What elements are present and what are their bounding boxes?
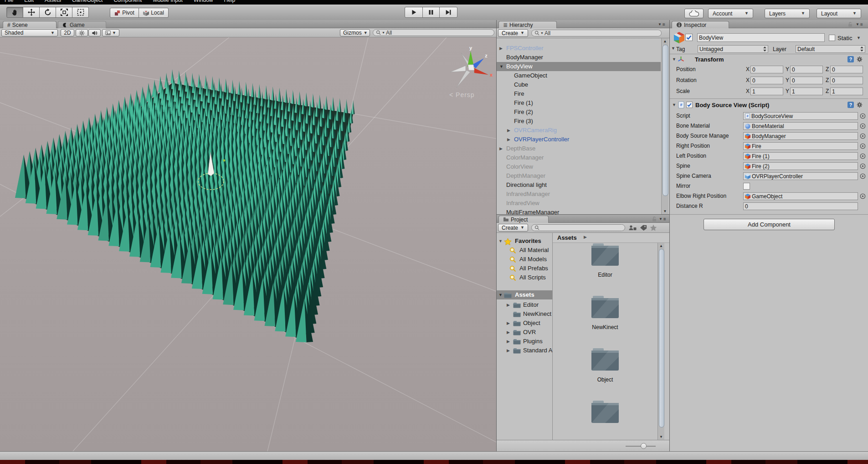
preview-expand-arrow-icon[interactable]: ▼ xyxy=(671,46,675,51)
tree-folder-item[interactable]: ▶ Object xyxy=(497,319,552,328)
rotation-x-field[interactable]: 0 xyxy=(750,77,783,84)
layer-dropdown[interactable]: Default xyxy=(796,45,865,53)
gizmo-center-cube[interactable] xyxy=(468,65,474,70)
account-dropdown[interactable]: Account ▼ xyxy=(708,9,753,18)
rect-tool-button[interactable] xyxy=(72,7,89,18)
hierarchy-item[interactable]: ColorView xyxy=(497,162,661,171)
object-reference-field[interactable]: Fire (1) xyxy=(743,152,858,160)
hierarchy-item[interactable]: ▼BodyView xyxy=(497,62,661,71)
scroll-down-icon[interactable]: ▼ xyxy=(658,435,664,439)
favorites-star-icon[interactable] xyxy=(650,224,657,231)
collapse-arrow-icon[interactable]: ▼ xyxy=(499,62,503,71)
hierarchy-item[interactable]: Fire xyxy=(497,89,661,98)
hierarchy-item[interactable]: DepthManager xyxy=(497,171,661,180)
tree-folder-item[interactable]: ▶ Plugins xyxy=(497,337,552,346)
object-reference-field[interactable]: OVRPlayerController xyxy=(743,172,858,180)
lock-icon[interactable] xyxy=(652,216,657,222)
hierarchy-item[interactable]: GameObject xyxy=(497,71,661,80)
asset-folder-tile[interactable]: Editor xyxy=(553,243,657,289)
component-enabled-checkbox[interactable] xyxy=(686,102,693,108)
object-picker-icon[interactable] xyxy=(860,113,866,119)
expand-arrow-icon[interactable]: ▶ xyxy=(507,126,510,135)
object-reference-field[interactable]: #BodySourceView xyxy=(743,112,858,120)
hierarchy-item[interactable]: InfraredView xyxy=(497,199,661,208)
object-picker-icon[interactable] xyxy=(860,133,866,139)
help-icon[interactable]: ? xyxy=(847,56,854,62)
expand-arrow-icon[interactable]: ▶ xyxy=(507,135,510,144)
search-by-label-icon[interactable] xyxy=(640,225,647,231)
collapse-arrow-icon[interactable]: ▼ xyxy=(498,237,503,246)
tree-folder-item[interactable]: ▶ OVR xyxy=(497,328,552,337)
hierarchy-item[interactable]: ColorManager xyxy=(497,153,661,162)
expand-arrow-icon[interactable]: ▶ xyxy=(507,346,510,355)
rotation-y-field[interactable]: 0 xyxy=(790,77,823,84)
hierarchy-search-field[interactable]: ▼ All xyxy=(531,30,662,36)
shading-mode-dropdown[interactable]: Shaded ▼ xyxy=(1,29,58,36)
hierarchy-panel-menu[interactable]: ▼ ≡ xyxy=(658,22,665,27)
scene-orientation-gizmo[interactable]: y z x xyxy=(446,46,496,96)
menu-item-assets[interactable]: Assets xyxy=(45,0,61,3)
hierarchy-scrollbar[interactable]: ▲ ▼ xyxy=(661,38,668,214)
hierarchy-item[interactable]: BodyManager xyxy=(497,53,661,62)
menu-item-help[interactable]: Help xyxy=(224,0,236,3)
add-component-button[interactable]: Add Component xyxy=(704,219,835,230)
menu-item-file[interactable]: File xyxy=(5,0,13,3)
object-reference-field[interactable]: GameObject xyxy=(743,192,858,200)
lock-icon[interactable] xyxy=(847,21,853,27)
position-y-field[interactable]: 0 xyxy=(790,66,823,73)
scale-y-field[interactable]: 1 xyxy=(790,88,823,95)
project-create-button[interactable]: Create ▼ xyxy=(498,224,528,232)
hierarchy-item[interactable]: Fire (1) xyxy=(497,98,661,108)
object-reference-field[interactable]: Fire (2) xyxy=(743,162,858,170)
gizmo-x-axis-cone[interactable] xyxy=(474,68,488,75)
hierarchy-item[interactable]: ▶DepthBase xyxy=(497,144,661,153)
thumbnail-zoom-slider-knob[interactable] xyxy=(641,443,647,449)
hierarchy-item[interactable]: MultiFrameManager xyxy=(497,208,661,214)
expand-arrow-icon[interactable]: ▶ xyxy=(499,44,503,53)
local-button[interactable]: Local xyxy=(139,8,169,18)
play-button[interactable] xyxy=(405,7,423,18)
expand-arrow-icon[interactable]: ▶ xyxy=(507,319,510,328)
layout-dropdown[interactable]: Layout ▼ xyxy=(817,9,861,18)
menu-item-component[interactable]: Component xyxy=(113,0,142,3)
static-dropdown-icon[interactable]: ▼ xyxy=(857,36,861,40)
expand-arrow-icon[interactable]: ▶ xyxy=(499,144,503,153)
property-checkbox[interactable] xyxy=(743,183,750,190)
object-reference-field[interactable]: BodyManager xyxy=(743,132,858,140)
project-search-field[interactable] xyxy=(531,224,625,231)
property-text-field[interactable]: 0 xyxy=(743,202,858,210)
object-picker-icon[interactable] xyxy=(860,173,866,179)
favorite-item[interactable]: All Prefabs xyxy=(497,264,552,273)
name-field[interactable]: BodyView xyxy=(697,33,825,42)
breadcrumb[interactable]: Assets xyxy=(557,234,577,241)
tag-dropdown[interactable]: Untagged xyxy=(698,45,768,53)
asset-folder-tile[interactable]: NewKinect xyxy=(553,291,657,342)
scroll-down-icon[interactable]: ▼ xyxy=(662,209,668,213)
tree-folder-item[interactable]: ▶ Editor xyxy=(497,300,552,309)
2d-toggle-button[interactable]: 2D xyxy=(61,29,74,36)
menu-item-edit[interactable]: Edit xyxy=(24,0,34,3)
scale-tool-button[interactable] xyxy=(56,7,72,18)
position-z-field[interactable]: 0 xyxy=(830,66,863,73)
hierarchy-item[interactable]: ▶OVRPlayerController xyxy=(497,135,661,144)
scene-effects-dropdown[interactable]: ▼ xyxy=(102,29,119,36)
scene-lighting-button[interactable] xyxy=(76,29,88,36)
project-scrollbar[interactable]: ▲ ▼ xyxy=(657,243,664,440)
expand-arrow-icon[interactable]: ▶ xyxy=(507,337,510,346)
project-panel-menu[interactable]: ▼ ≡ xyxy=(659,217,666,222)
tab-inspector[interactable]: Inspector xyxy=(672,21,729,28)
tree-folder-item[interactable]: ▶ Standard A xyxy=(497,346,552,355)
scroll-up-icon[interactable]: ▲ xyxy=(658,244,664,248)
assets-root-item[interactable]: ▼ Assets xyxy=(497,290,552,299)
favorite-item[interactable]: All Models xyxy=(497,255,552,264)
project-scrollbar-thumb[interactable] xyxy=(659,249,664,428)
hierarchy-scrollbar-thumb[interactable] xyxy=(663,45,668,196)
object-reference-field[interactable]: Fire xyxy=(743,142,858,150)
hierarchy-item[interactable]: ▶FPSController xyxy=(497,44,661,53)
gear-icon[interactable] xyxy=(857,102,863,108)
pivot-button[interactable]: Pivot xyxy=(110,8,139,18)
inspector-panel-menu[interactable]: ▼ ≡ xyxy=(856,22,863,27)
position-x-field[interactable]: 0 xyxy=(750,66,783,73)
pause-button[interactable] xyxy=(422,7,440,18)
tab-hierarchy[interactable]: ≣ Hierarchy xyxy=(498,21,557,28)
